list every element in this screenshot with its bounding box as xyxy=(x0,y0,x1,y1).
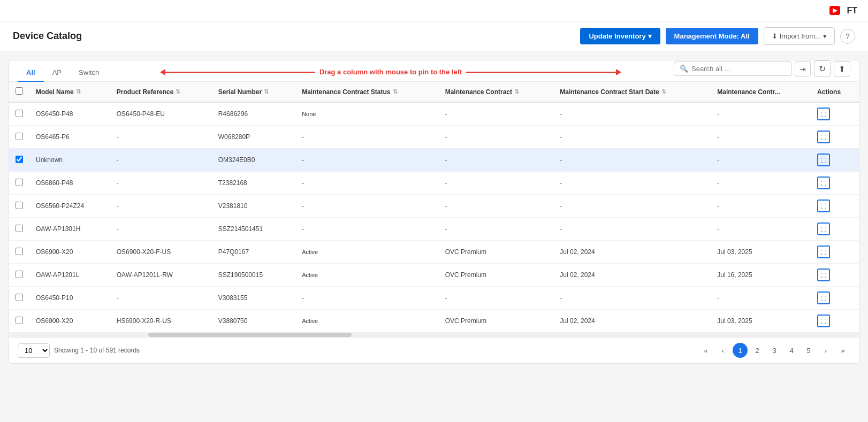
expand-row-button[interactable]: ⛶ xyxy=(817,154,830,166)
maintenance-contract-filter-icon[interactable]: ⇅ xyxy=(514,88,519,95)
cell-maintenance-status: - xyxy=(295,287,439,310)
search-box[interactable]: 🔍 xyxy=(674,62,791,76)
row-checkbox-9[interactable] xyxy=(16,317,23,324)
upload-button[interactable]: ⬆ xyxy=(834,61,850,77)
expand-row-button[interactable]: ⛶ xyxy=(817,200,830,212)
row-checkbox-cell[interactable] xyxy=(9,102,29,126)
row-checkbox-8[interactable] xyxy=(16,294,23,301)
drag-hint: Drag a column with mouse to pin to the l… xyxy=(108,68,674,81)
first-page-button[interactable]: « xyxy=(698,344,713,357)
cell-actions: ⛶ xyxy=(811,195,859,218)
pagination-bar: 10 25 50 100 Showing 1 - 10 of 591 recor… xyxy=(9,337,859,363)
cell-actions: ⛶ xyxy=(811,310,859,333)
cell-model-name: OS6900-X20 xyxy=(29,310,110,333)
cell-serial-number: V2381810 xyxy=(212,195,295,218)
cell-product-ref: - xyxy=(110,195,212,218)
cell-maintenance-start: - xyxy=(553,172,711,195)
management-mode-label: Management Mode: All xyxy=(674,32,750,40)
expand-row-button[interactable]: ⛶ xyxy=(817,314,830,327)
row-checkbox-cell[interactable] xyxy=(9,149,29,172)
expand-icon: ⛶ xyxy=(821,180,826,186)
maintenance-start-filter-icon[interactable]: ⇅ xyxy=(661,88,666,95)
expand-row-button[interactable]: ⛶ xyxy=(817,268,830,281)
cell-actions: ⛶ xyxy=(811,172,859,195)
expand-row-button[interactable]: ⛶ xyxy=(817,131,830,143)
page-size-select[interactable]: 10 25 50 100 xyxy=(18,343,50,358)
cell-maintenance-start: - xyxy=(553,102,711,126)
tab-switch[interactable]: Switch xyxy=(70,64,108,82)
header-maintenance-start: Maintenance Contract Start Date ⇅ xyxy=(553,82,711,102)
model-name-filter-icon[interactable]: ⇅ xyxy=(76,88,81,95)
help-button[interactable]: ? xyxy=(840,29,855,44)
cell-product-ref: OS6450-P48-EU xyxy=(110,102,212,126)
page-1-button[interactable]: 1 xyxy=(733,343,748,358)
cell-actions: ⛶ xyxy=(811,264,859,287)
row-checkbox-6[interactable] xyxy=(16,248,23,255)
table-row: Unknown - OM324E0B0 - - - - ⛶ xyxy=(9,149,859,172)
row-checkbox-cell[interactable] xyxy=(9,310,29,333)
refresh-icon: ↻ xyxy=(819,64,826,74)
page-3-button[interactable]: 3 xyxy=(767,344,782,357)
product-ref-filter-icon[interactable]: ⇅ xyxy=(176,88,180,95)
next-page-button[interactable]: › xyxy=(818,344,833,357)
expand-row-button[interactable]: ⛶ xyxy=(817,177,830,189)
last-page-button[interactable]: » xyxy=(835,344,850,357)
row-checkbox-cell[interactable] xyxy=(9,218,29,241)
update-inventory-label: Update Inventory xyxy=(589,32,645,40)
maintenance-status-filter-icon[interactable]: ⇅ xyxy=(393,88,398,95)
expand-row-button[interactable]: ⛶ xyxy=(817,222,830,235)
youtube-icon: ▶ xyxy=(829,6,840,15)
cell-product-ref: HS6900-X20-R-US xyxy=(110,310,212,333)
tab-all[interactable]: All xyxy=(18,64,44,82)
page-4-button[interactable]: 4 xyxy=(784,344,799,357)
horizontal-scrollbar[interactable] xyxy=(9,333,859,337)
refresh-button[interactable]: ↻ xyxy=(814,60,831,77)
search-icon: 🔍 xyxy=(680,65,688,73)
import-label: Import from... xyxy=(780,32,821,40)
cell-serial-number: SSZ190500015 xyxy=(212,264,295,287)
cell-model-name: OS6900-X20 xyxy=(29,241,110,264)
header-product-ref: Product Reference ⇅ xyxy=(110,82,212,102)
row-checkbox-cell[interactable] xyxy=(9,287,29,310)
tab-ap[interactable]: AP xyxy=(44,64,70,82)
management-mode-button[interactable]: Management Mode: All xyxy=(666,28,758,44)
row-checkbox-3[interactable] xyxy=(16,179,23,186)
drag-hint-text: Drag a column with mouse to pin to the l… xyxy=(319,68,462,76)
serial-number-filter-icon[interactable]: ⇅ xyxy=(264,88,269,95)
row-checkbox-1[interactable] xyxy=(16,133,23,140)
update-inventory-button[interactable]: Update Inventory ▾ xyxy=(580,28,660,44)
header-checkbox-cell[interactable] xyxy=(9,82,29,102)
cell-actions: ⛶ xyxy=(811,149,859,172)
row-checkbox-cell[interactable] xyxy=(9,172,29,195)
collapse-columns-button[interactable]: ⇥ xyxy=(795,62,811,76)
cell-maintenance-contract: OVC Premium xyxy=(439,241,554,264)
row-checkbox-cell[interactable] xyxy=(9,126,29,149)
table-row: OS6900-X20 OS6900-X20-F-US P47Q0167 Acti… xyxy=(9,241,859,264)
row-checkbox-cell[interactable] xyxy=(9,195,29,218)
expand-icon: ⛶ xyxy=(821,157,826,163)
row-checkbox-cell[interactable] xyxy=(9,264,29,287)
expand-row-button[interactable]: ⛶ xyxy=(817,245,830,258)
row-checkbox-4[interactable] xyxy=(16,202,23,209)
table-row: OS6860-P48 - T2382168 - - - - ⛶ xyxy=(9,172,859,195)
select-all-checkbox[interactable] xyxy=(16,87,23,95)
page-2-button[interactable]: 2 xyxy=(750,344,765,357)
prev-page-button[interactable]: ‹ xyxy=(715,344,730,357)
header-maintenance-contract: Maintenance Contract ⇅ xyxy=(439,82,554,102)
expand-row-button[interactable]: ⛶ xyxy=(817,291,830,304)
cell-model-name: OS6450-P48 xyxy=(29,102,110,126)
expand-row-button[interactable]: ⛶ xyxy=(817,108,830,120)
row-checkbox-5[interactable] xyxy=(16,225,23,232)
ft-brand: FT xyxy=(847,6,857,16)
scroll-thumb[interactable] xyxy=(148,333,352,337)
row-checkbox-0[interactable] xyxy=(16,110,23,117)
expand-icon: ⛶ xyxy=(821,111,826,117)
cell-maintenance-end: - xyxy=(711,149,811,172)
row-checkbox-cell[interactable] xyxy=(9,241,29,264)
row-checkbox-7[interactable] xyxy=(16,271,23,278)
cell-serial-number: OM324E0B0 xyxy=(212,149,295,172)
row-checkbox-2[interactable] xyxy=(16,156,23,163)
search-input[interactable] xyxy=(691,65,786,73)
page-5-button[interactable]: 5 xyxy=(801,344,816,357)
import-button[interactable]: ⬇ Import from... ▾ xyxy=(764,27,835,45)
